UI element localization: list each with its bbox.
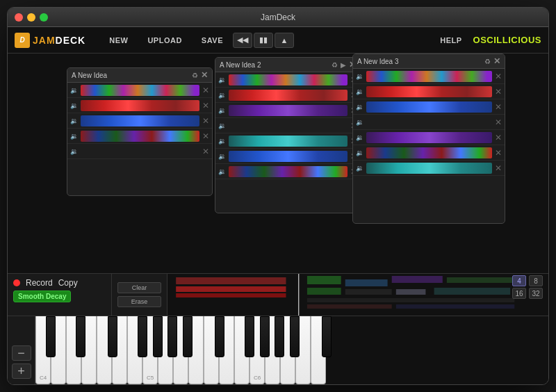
volume-icon[interactable]: 🔉 [218, 76, 226, 83]
track-remove[interactable]: ✕ [495, 87, 502, 97]
key-gs4[interactable] [138, 316, 147, 357]
record-row: Record Copy [13, 278, 106, 288]
save-button[interactable]: SAVE [192, 33, 233, 47]
key-cs5[interactable] [153, 316, 163, 357]
help-button[interactable]: HELP [440, 36, 461, 44]
loop-icon[interactable]: ♻ [192, 72, 198, 79]
volume-icon[interactable]: 🔉 [70, 148, 78, 155]
volume-icon[interactable]: 🔉 [356, 73, 363, 80]
octave-c6: C6 [250, 316, 326, 384]
volume-icon[interactable]: 🔉 [70, 133, 78, 140]
track-remove[interactable]: ✕ [202, 116, 209, 126]
key-cs6[interactable] [260, 316, 270, 357]
measure-32[interactable]: 32 [529, 288, 543, 299]
loop-track: 🔉 ✕ [215, 118, 360, 133]
track-waveform [366, 147, 492, 158]
measure-8[interactable]: 8 [529, 275, 543, 286]
erase-button[interactable]: Erase [117, 296, 161, 307]
key-fs6[interactable] [322, 316, 332, 357]
upload-button[interactable]: UPLOAD [138, 33, 191, 47]
play-icon[interactable]: ▶ [341, 61, 346, 69]
svg-rect-12 [434, 288, 511, 295]
volume-icon[interactable]: 🔉 [356, 119, 363, 126]
loop-track: 🔉 ✕ [215, 133, 360, 149]
measure-16[interactable]: 16 [512, 288, 526, 299]
key-ds4[interactable] [76, 316, 85, 357]
loop-card-3-close[interactable]: ✕ [493, 56, 500, 66]
maximize-button[interactable] [40, 13, 48, 22]
loop-icon[interactable]: ♻ [332, 61, 338, 69]
track-remove[interactable]: ✕ [495, 163, 502, 173]
minimize-button[interactable] [27, 13, 35, 22]
volume-icon[interactable]: 🔉 [70, 117, 78, 124]
svg-rect-5 [307, 276, 341, 284]
volume-icon[interactable]: 🔉 [356, 104, 363, 111]
volume-icon[interactable]: 🔉 [356, 134, 363, 141]
zoom-in-button[interactable]: + [12, 364, 31, 379]
track-remove[interactable]: ✕ [202, 131, 209, 141]
clear-button[interactable]: Clear [117, 282, 161, 293]
volume-icon[interactable]: 🔉 [70, 102, 78, 109]
loop-card-1-header: A New Idea ♻ ✕ [67, 68, 212, 83]
measure-4[interactable]: 4 [512, 275, 526, 286]
svg-rect-11 [396, 289, 426, 295]
key-as4[interactable] [167, 316, 177, 357]
loop-card-2-title: A New Idea 2 [220, 61, 261, 69]
volume-icon[interactable]: 🔉 [218, 107, 226, 114]
track-remove[interactable]: ✕ [495, 102, 502, 112]
svg-rect-2 [176, 277, 286, 284]
volume-icon[interactable]: 🔉 [356, 88, 363, 95]
rewind-button[interactable]: ◀◀ [233, 33, 252, 48]
loop-icon[interactable]: ♻ [484, 58, 491, 65]
copy-button[interactable]: Copy [58, 278, 78, 288]
track-remove[interactable]: ✕ [495, 148, 502, 158]
key-as5[interactable] [275, 316, 284, 357]
loop-card-2: A New Idea 2 ♻ ▶ ✕ 🔉 ✕ 🔉 ✕ 🔉 ✕ [215, 57, 361, 213]
track-remove[interactable]: ✕ [202, 85, 209, 95]
key-ds5[interactable] [183, 316, 193, 357]
new-button[interactable]: NEW [99, 33, 138, 47]
svg-rect-15 [396, 304, 514, 309]
key-fs5[interactable] [215, 316, 224, 357]
volume-icon[interactable]: 🔉 [218, 138, 226, 145]
loop-track: 🔉 ✕ [215, 149, 360, 164]
track-remove[interactable]: ✕ [495, 72, 502, 81]
zoom-out-button[interactable]: − [12, 345, 31, 361]
track-waveform [229, 120, 348, 131]
volume-icon[interactable]: 🔉 [218, 168, 226, 175]
smooth-decay-button[interactable]: Smooth Decay [13, 291, 71, 302]
track-remove[interactable]: ✕ [202, 101, 209, 111]
close-button[interactable] [15, 13, 23, 22]
key-fs4[interactable] [108, 316, 117, 357]
track-remove[interactable]: ✕ [495, 133, 502, 142]
logo-icon: D [15, 33, 30, 48]
loop-track: 🔉 ✕ [67, 98, 212, 113]
track-waveform [81, 85, 199, 96]
track-remove[interactable]: ✕ [495, 117, 502, 127]
track-waveform [366, 117, 492, 128]
key-cs4[interactable] [46, 316, 56, 357]
key-gs5[interactable] [245, 316, 254, 357]
track-waveform [229, 90, 348, 101]
volume-icon[interactable]: 🔉 [356, 149, 363, 156]
loop-card-1-close[interactable]: ✕ [201, 70, 208, 80]
record-label[interactable]: Record [26, 278, 53, 288]
alert-button[interactable]: ▲ [275, 33, 294, 48]
measure-num-row-2: 16 32 [512, 288, 543, 299]
key-ds6[interactable] [290, 316, 300, 357]
volume-icon[interactable]: 🔉 [218, 92, 226, 99]
track-waveform [81, 146, 199, 157]
play-pause-button[interactable]: ▮▮ [254, 33, 273, 48]
volume-icon[interactable]: 🔉 [70, 87, 78, 94]
main-area: A New Idea ♻ ✕ 🔉 ✕ 🔉 ✕ 🔉 ✕ [8, 54, 548, 273]
volume-icon[interactable]: 🔉 [218, 153, 226, 160]
track-remove[interactable]: ✕ [202, 147, 209, 156]
record-copy-area: Record Copy Smooth Decay [8, 274, 112, 316]
loop-card-3: A New Idea 3 ♻ ✕ 🔉 ✕ 🔉 ✕ 🔉 ✕ [352, 54, 505, 224]
loop-track: 🔉 ✕ [67, 129, 212, 144]
volume-icon[interactable]: 🔉 [356, 165, 363, 172]
record-indicator [13, 279, 20, 286]
svg-rect-10 [345, 289, 392, 295]
loop-card-2-header: A New Idea 2 ♻ ▶ ✕ [215, 58, 360, 72]
volume-icon[interactable]: 🔉 [218, 122, 226, 129]
